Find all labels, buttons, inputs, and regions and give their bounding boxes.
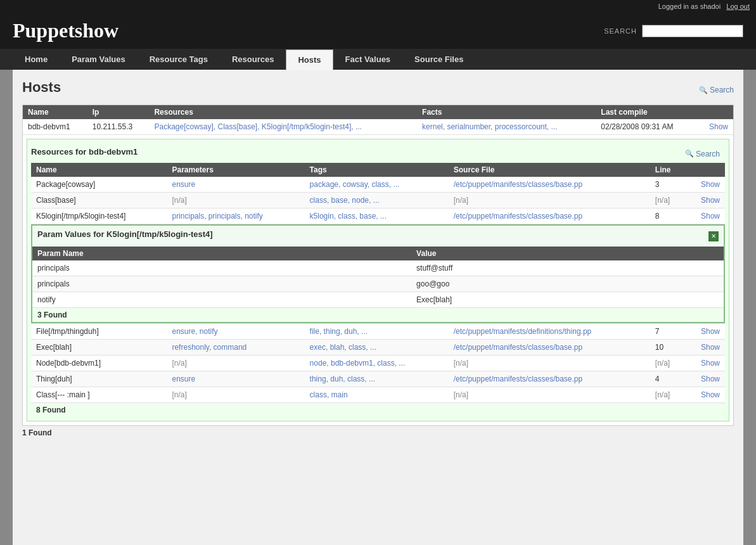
- hosts-found-text: 1 Found: [22, 426, 734, 440]
- resource-line: 3: [650, 177, 685, 193]
- host-facts: kernel, serialnumber, processorcount, ..…: [417, 119, 596, 135]
- resource-show-button[interactable]: Show: [701, 212, 720, 221]
- resource-show-cell: Show: [685, 356, 725, 371]
- nav-item-resource-tags[interactable]: Resource Tags: [138, 49, 220, 70]
- resource-source-file: /etc/puppet/manifests/classes/base.pp: [449, 208, 650, 224]
- resource-tags: package, cowsay, class, ...: [305, 177, 449, 193]
- param-header: Param Values for K5login[/tmp/k5login-te…: [32, 226, 724, 247]
- resource-source-file: /etc/puppet/manifests/definitions/thing.…: [449, 324, 650, 340]
- resource-show-button[interactable]: Show: [701, 196, 720, 205]
- top-bar: Logged in as shadoi Log out: [0, 0, 756, 13]
- host-show-button[interactable]: Show: [709, 122, 728, 131]
- param-value: goo@goo: [411, 276, 724, 292]
- logged-in-text: Logged in as shadoi: [658, 3, 721, 10]
- resource-tags: file, thing, duh, ...: [305, 324, 449, 340]
- resource-row: Class[base] [n/a] class, base, node, ...…: [31, 193, 725, 208]
- nav-item-resources[interactable]: Resources: [220, 49, 286, 70]
- resource-show-button[interactable]: Show: [701, 180, 720, 189]
- resources-title: Resources for bdb-debvm1: [31, 147, 138, 157]
- logout-link[interactable]: Log out: [726, 3, 750, 10]
- resource-source-file: [n/a]: [449, 387, 650, 403]
- col-name: Name: [23, 105, 87, 119]
- resource-line: 7: [650, 324, 685, 340]
- resource-show-button[interactable]: Show: [701, 375, 720, 383]
- rcol-name: Name: [31, 163, 167, 177]
- resource-name: K5login[/tmp/k5login-test4]: [31, 208, 167, 224]
- resource-row: Thing[duh] ensure thing, duh, class, ...…: [31, 371, 725, 387]
- host-last-compile: 02/28/2008 09:31 AM: [596, 119, 697, 135]
- param-value: stuff@stuff: [411, 260, 724, 276]
- resource-show-cell: Show: [685, 371, 725, 387]
- col-resources: Resources: [149, 105, 417, 119]
- col-last-compile: Last compile: [596, 105, 697, 119]
- param-section-title: Param Values for K5login[/tmp/k5login-te…: [37, 229, 213, 239]
- resources-search-link[interactable]: Search: [685, 150, 720, 158]
- resource-row: Exec[blah] refreshonly, command exec, bl…: [31, 340, 725, 356]
- param-found-text: 3 Found: [32, 308, 724, 322]
- resource-line: 8: [650, 208, 685, 224]
- col-ip: Ip: [87, 105, 150, 119]
- resource-row: Class[--- :main ] [n/a] class, main [n/a…: [31, 387, 725, 403]
- hosts-table-wrapper: Name Ip Resources Facts Last compile bdb…: [22, 105, 734, 426]
- resource-name: Thing[duh]: [31, 371, 167, 387]
- resource-name: File[/tmp/thingduh]: [31, 324, 167, 340]
- rcol-parameters: Parameters: [167, 163, 304, 177]
- resource-show-button[interactable]: Show: [701, 359, 720, 368]
- param-name: principals: [32, 260, 411, 276]
- resource-name: Exec[blah]: [31, 340, 167, 356]
- resource-line: [n/a]: [650, 356, 685, 371]
- host-row: bdb-debvm1 10.211.55.3 Package[cowsay], …: [23, 119, 733, 135]
- nav: Home Param Values Resource Tags Resource…: [0, 49, 756, 70]
- resource-show-cell: Show: [685, 193, 725, 208]
- resource-parameters: ensure: [167, 177, 304, 193]
- param-close-button[interactable]: ✕: [708, 231, 719, 241]
- param-values-table: Param Name Value principals stuff@stuff: [32, 247, 724, 308]
- param-row: principals stuff@stuff: [32, 260, 724, 276]
- param-values-row: Param Values for K5login[/tmp/k5login-te…: [31, 224, 725, 324]
- pcol-value: Value: [411, 247, 724, 260]
- search-label: SEARCH: [604, 27, 637, 35]
- resource-row: File[/tmp/thingduh] ensure, notify file,…: [31, 324, 725, 340]
- param-values-cell: Param Values for K5login[/tmp/k5login-te…: [31, 224, 725, 324]
- host-ip: 10.211.55.3: [87, 119, 150, 135]
- resource-tags: node, bdb-debvm1, class, ...: [305, 356, 449, 371]
- nav-item-param-values[interactable]: Param Values: [60, 49, 138, 70]
- param-name: principals: [32, 276, 411, 292]
- param-section: Param Values for K5login[/tmp/k5login-te…: [31, 224, 725, 323]
- resource-source-file: [n/a]: [449, 356, 650, 371]
- resource-tags: class, main: [305, 387, 449, 403]
- col-action: [697, 105, 733, 119]
- rcol-tags: Tags: [305, 163, 449, 177]
- resource-parameters: [n/a]: [167, 356, 304, 371]
- resources-found-text: 8 Found: [31, 403, 725, 417]
- resource-parameters: ensure, notify: [167, 324, 304, 340]
- resources-table: Name Parameters Tags Source File Line Pa…: [31, 163, 725, 403]
- resource-source-file: /etc/puppet/manifests/classes/base.pp: [449, 340, 650, 356]
- logo: Puppetshow: [13, 19, 119, 42]
- hosts-search-link[interactable]: Search: [699, 86, 734, 94]
- rcol-source-file: Source File: [449, 163, 650, 177]
- rcol-line: Line: [650, 163, 685, 177]
- resource-row: Node[bdb-debvm1] [n/a] node, bdb-debvm1,…: [31, 356, 725, 371]
- resource-source-file: /etc/puppet/manifests/classes/base.pp: [449, 177, 650, 193]
- nav-item-hosts[interactable]: Hosts: [286, 49, 333, 70]
- header-search-input[interactable]: [642, 25, 743, 37]
- resource-parameters: ensure: [167, 371, 304, 387]
- resource-name: Class[--- :main ]: [31, 387, 167, 403]
- host-name: bdb-debvm1: [23, 119, 87, 135]
- resource-name: Package[cowsay]: [31, 177, 167, 193]
- header: Puppetshow SEARCH: [0, 13, 756, 49]
- resource-line: 10: [650, 340, 685, 356]
- resource-row: Package[cowsay] ensure package, cowsay, …: [31, 177, 725, 193]
- nav-item-home[interactable]: Home: [13, 49, 60, 70]
- host-show-cell: Show: [697, 119, 733, 135]
- resource-show-cell: Show: [685, 177, 725, 193]
- resource-show-button[interactable]: Show: [701, 390, 720, 399]
- nav-item-source-files[interactable]: Source Files: [402, 49, 475, 70]
- resource-show-button[interactable]: Show: [701, 343, 720, 352]
- pcol-param-name: Param Name: [32, 247, 411, 260]
- resource-tags: exec, blah, class, ...: [305, 340, 449, 356]
- resource-source-file: [n/a]: [449, 193, 650, 208]
- nav-item-fact-values[interactable]: Fact Values: [333, 49, 403, 70]
- resource-show-button[interactable]: Show: [701, 327, 720, 336]
